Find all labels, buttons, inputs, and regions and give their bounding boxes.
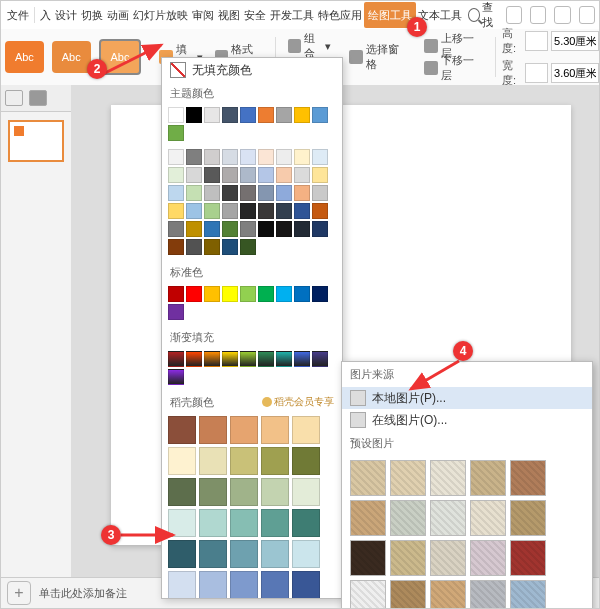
menu-item-2[interactable]: 切换 bbox=[79, 2, 105, 28]
color-swatch[interactable] bbox=[292, 571, 320, 599]
color-swatch[interactable] bbox=[199, 571, 227, 599]
color-swatch[interactable] bbox=[240, 185, 256, 201]
color-swatch[interactable] bbox=[222, 185, 238, 201]
texture-swatch[interactable] bbox=[510, 540, 546, 576]
texture-swatch[interactable] bbox=[470, 540, 506, 576]
toolbar-icon-1[interactable] bbox=[506, 6, 522, 24]
menu-item-8[interactable]: 开发工具 bbox=[268, 2, 316, 28]
texture-swatch[interactable] bbox=[350, 580, 386, 609]
color-swatch[interactable] bbox=[230, 478, 258, 506]
color-swatch[interactable] bbox=[258, 221, 274, 237]
color-swatch[interactable] bbox=[168, 447, 196, 475]
shape-style-1[interactable]: Abc bbox=[5, 41, 44, 73]
color-swatch[interactable] bbox=[222, 221, 238, 237]
gradient-swatch[interactable] bbox=[186, 351, 202, 367]
menu-item-0[interactable]: 入 bbox=[38, 2, 53, 28]
color-swatch[interactable] bbox=[168, 286, 184, 302]
color-swatch[interactable] bbox=[204, 167, 220, 183]
color-swatch[interactable] bbox=[186, 107, 202, 123]
color-swatch[interactable] bbox=[186, 239, 202, 255]
color-swatch[interactable] bbox=[168, 304, 184, 320]
color-swatch[interactable] bbox=[199, 447, 227, 475]
color-swatch[interactable] bbox=[168, 125, 184, 141]
color-swatch[interactable] bbox=[294, 286, 310, 302]
color-swatch[interactable] bbox=[199, 540, 227, 568]
color-swatch[interactable] bbox=[168, 167, 184, 183]
menu-item-7[interactable]: 安全 bbox=[242, 2, 268, 28]
texture-swatch[interactable] bbox=[390, 460, 426, 496]
gradient-swatch[interactable] bbox=[276, 351, 292, 367]
color-swatch[interactable] bbox=[258, 167, 274, 183]
color-swatch[interactable] bbox=[240, 286, 256, 302]
color-swatch[interactable] bbox=[312, 286, 328, 302]
texture-swatch[interactable] bbox=[430, 540, 466, 576]
color-swatch[interactable] bbox=[258, 286, 274, 302]
gradient-swatch[interactable] bbox=[204, 351, 220, 367]
color-swatch[interactable] bbox=[276, 107, 292, 123]
shape-style-2[interactable]: Abc bbox=[52, 41, 91, 73]
new-slide-button[interactable]: + bbox=[7, 581, 31, 605]
menu-item-3[interactable]: 动画 bbox=[105, 2, 131, 28]
color-swatch[interactable] bbox=[312, 203, 328, 219]
notes-placeholder[interactable]: 单击此处添加备注 bbox=[39, 586, 127, 601]
color-swatch[interactable] bbox=[294, 107, 310, 123]
color-swatch[interactable] bbox=[222, 239, 238, 255]
no-fill-option[interactable]: 无填充颜色 bbox=[162, 58, 342, 82]
color-swatch[interactable] bbox=[276, 286, 292, 302]
color-swatch[interactable] bbox=[294, 149, 310, 165]
color-swatch[interactable] bbox=[240, 203, 256, 219]
color-swatch[interactable] bbox=[168, 221, 184, 237]
color-swatch[interactable] bbox=[168, 540, 196, 568]
texture-swatch[interactable] bbox=[430, 460, 466, 496]
color-swatch[interactable] bbox=[276, 221, 292, 237]
color-swatch[interactable] bbox=[312, 185, 328, 201]
color-swatch[interactable] bbox=[240, 221, 256, 237]
texture-swatch[interactable] bbox=[430, 580, 466, 609]
color-swatch[interactable] bbox=[240, 239, 256, 255]
color-swatch[interactable] bbox=[258, 107, 274, 123]
color-swatch[interactable] bbox=[222, 286, 238, 302]
color-swatch[interactable] bbox=[312, 149, 328, 165]
width-field[interactable]: 宽度: bbox=[502, 58, 599, 88]
color-swatch[interactable] bbox=[186, 185, 202, 201]
texture-swatch[interactable] bbox=[510, 580, 546, 609]
color-swatch[interactable] bbox=[312, 221, 328, 237]
color-swatch[interactable] bbox=[230, 571, 258, 599]
color-swatch[interactable] bbox=[168, 185, 184, 201]
menu-item-1[interactable]: 设计 bbox=[53, 2, 79, 28]
color-swatch[interactable] bbox=[199, 509, 227, 537]
color-swatch[interactable] bbox=[240, 167, 256, 183]
color-swatch[interactable] bbox=[292, 416, 320, 444]
color-swatch[interactable] bbox=[168, 509, 196, 537]
color-swatch[interactable] bbox=[186, 167, 202, 183]
slide-thumbnail-1[interactable] bbox=[8, 120, 64, 162]
color-swatch[interactable] bbox=[168, 203, 184, 219]
color-swatch[interactable] bbox=[261, 571, 289, 599]
height-input[interactable] bbox=[551, 31, 599, 51]
texture-swatch[interactable] bbox=[350, 460, 386, 496]
color-swatch[interactable] bbox=[186, 203, 202, 219]
color-swatch[interactable] bbox=[276, 185, 292, 201]
color-swatch[interactable] bbox=[222, 167, 238, 183]
local-picture-option[interactable]: 本地图片(P)... bbox=[342, 387, 592, 409]
menu-item-4[interactable]: 幻灯片放映 bbox=[131, 2, 190, 28]
color-swatch[interactable] bbox=[261, 509, 289, 537]
color-swatch[interactable] bbox=[230, 416, 258, 444]
color-swatch[interactable] bbox=[222, 203, 238, 219]
color-swatch[interactable] bbox=[258, 185, 274, 201]
color-swatch[interactable] bbox=[294, 185, 310, 201]
texture-swatch[interactable] bbox=[390, 500, 426, 536]
color-swatch[interactable] bbox=[261, 540, 289, 568]
toolbar-icon-2[interactable] bbox=[530, 6, 546, 24]
color-swatch[interactable] bbox=[186, 286, 202, 302]
color-swatch[interactable] bbox=[204, 239, 220, 255]
toolbar-icon-3[interactable] bbox=[554, 6, 570, 24]
gradient-swatch[interactable] bbox=[222, 351, 238, 367]
color-swatch[interactable] bbox=[168, 478, 196, 506]
color-swatch[interactable] bbox=[168, 107, 184, 123]
toolbar-icon-4[interactable] bbox=[579, 6, 595, 24]
color-swatch[interactable] bbox=[261, 416, 289, 444]
color-swatch[interactable] bbox=[292, 478, 320, 506]
color-swatch[interactable] bbox=[230, 447, 258, 475]
menu-item-5[interactable]: 审阅 bbox=[190, 2, 216, 28]
